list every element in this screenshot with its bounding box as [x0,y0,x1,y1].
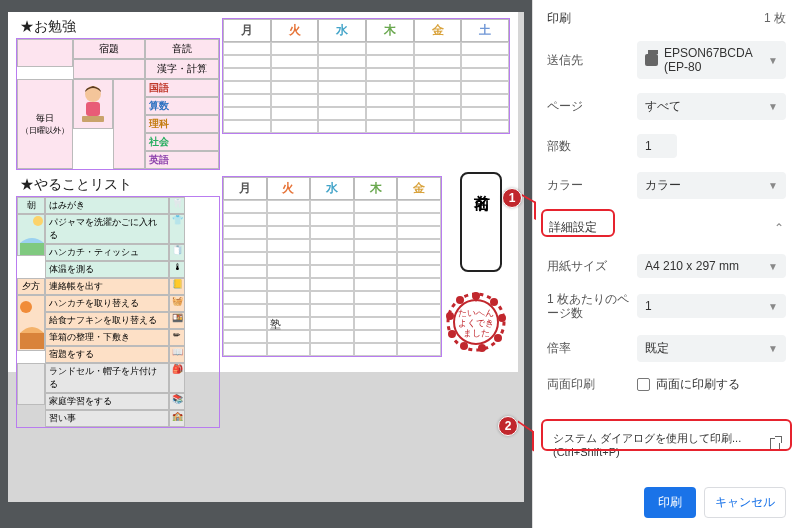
todo-item: 体温を測る [45,261,169,278]
day-sat: 土 [461,19,509,42]
svg-rect-1 [86,102,100,116]
callout-box-1 [541,209,615,237]
svg-point-11 [494,334,502,342]
svg-rect-4 [20,243,44,255]
chevron-down-icon: ▼ [768,55,778,66]
chevron-down-icon: ▼ [768,101,778,112]
chevron-down-icon: ▼ [768,261,778,272]
svg-point-5 [20,301,32,313]
todo-item: 給食ナフキンを取り替える [45,312,169,329]
svg-point-16 [456,296,464,304]
svg-point-14 [448,330,456,338]
svg-text:ました: ました [463,328,490,338]
svg-point-15 [446,312,454,320]
copies-input[interactable]: 1 [637,134,677,158]
day-thu: 木 [366,19,414,42]
callout-box-2 [541,419,792,451]
svg-rect-6 [20,333,44,349]
day2-tue: 火 [267,177,311,200]
pages-select[interactable]: すべて ▼ [637,93,786,120]
chevron-down-icon: ▼ [768,301,778,312]
todo-item: 宿題をする [45,346,169,363]
day-fri: 金 [414,19,462,42]
subject-shakai: 社会 [145,133,219,151]
todo-item: ハンカチを取り替える [45,295,169,312]
printer-icon [645,54,658,66]
yuu-image [17,295,45,351]
paper-size-label: 用紙サイズ [547,258,637,275]
todo-item: ハンカチ・ティッシュ [45,244,169,261]
subject-kokugo: 国語 [145,79,219,97]
todo-item: 家庭学習をする [45,393,169,410]
paper-size-select[interactable]: A4 210 x 297 mm ▼ [637,254,786,278]
subject-eigo: 英語 [145,151,219,169]
sidebar-title: 印刷 [547,10,571,27]
chevron-up-icon: ⌃ [774,221,784,235]
day2-fri: 金 [397,177,441,200]
destination-label: 送信先 [547,52,637,69]
name-box: 名前 [460,172,502,272]
header-kanji: 漢字・計算 [145,59,219,79]
pages-per-sheet-select[interactable]: 1 ▼ [637,294,786,318]
color-label: カラー [547,177,637,194]
print-preview-pane: ★お勉強 宿題 音読 [0,0,532,528]
duplex-label: 両面印刷 [547,376,637,393]
todo-item: ランドセル・帽子を片付ける [45,363,169,393]
print-sidebar: 印刷 1 枚 送信先 EPSON67BCDA (EP-80 ▼ ページ すべて … [532,0,800,528]
todo-item: 習い事 [45,410,169,427]
todo-item: 筆箱の整理・下敷き [45,329,169,346]
scale-select[interactable]: 既定 ▼ [637,335,786,362]
copies-label: 部数 [547,138,637,155]
chevron-down-icon: ▼ [768,180,778,191]
asa-image [17,214,45,256]
yuu-label: 夕方 [17,278,45,295]
day-tue: 火 [271,19,319,42]
cancel-button[interactable]: キャンセル [704,487,786,518]
header-homework: 宿題 [73,39,145,59]
chevron-down-icon: ▼ [768,343,778,354]
day2-wed: 水 [310,177,354,200]
preview-background: ★お勉強 宿題 音読 [8,12,524,502]
callout-1: 1 [502,188,522,208]
svg-point-9 [490,298,498,306]
every-day-label: 毎日 （日曜以外） [17,79,73,169]
other-image [17,363,45,405]
color-select[interactable]: カラー ▼ [637,172,786,199]
scale-label: 倍率 [547,340,637,357]
day-wed: 水 [318,19,366,42]
todo-item: パジャマを洗濯かごに入れる [45,214,169,244]
juku-label: 塾 [270,317,281,332]
subject-rika: 理科 [145,115,219,133]
stamp-icon: たいへん よくでき ました [444,290,508,354]
sheet-count: 1 枚 [764,10,786,27]
svg-point-13 [460,342,468,350]
svg-point-10 [498,314,506,322]
day-mon: 月 [223,19,271,42]
svg-point-12 [478,344,486,352]
checkbox-icon [637,378,650,391]
svg-text:よくでき: よくでき [458,318,494,328]
print-button[interactable]: 印刷 [644,487,696,518]
subject-sansu: 算数 [145,97,219,115]
svg-text:たいへん: たいへん [458,308,494,318]
pages-per-sheet-label: 1 枚あたりのページ数 [547,292,637,321]
section1-title: ★お勉強 [16,18,220,36]
day2-mon: 月 [223,177,267,200]
todo-item: はみがき [45,197,169,214]
svg-rect-2 [82,116,104,122]
study-kid-icon [73,79,113,129]
destination-select[interactable]: EPSON67BCDA (EP-80 ▼ [637,41,786,79]
svg-point-3 [33,216,43,226]
preview-page: ★お勉強 宿題 音読 [8,12,518,372]
day2-thu: 木 [354,177,398,200]
duplex-checkbox[interactable]: 両面に印刷する [637,376,740,393]
section2-title: ★やることリスト [16,176,220,194]
callout-2: 2 [498,416,518,436]
pages-label: ページ [547,98,637,115]
todo-item: 連絡帳を出す [45,278,169,295]
svg-point-8 [472,292,480,300]
asa-label: 朝 [17,197,45,214]
header-ondoku: 音読 [145,39,219,59]
